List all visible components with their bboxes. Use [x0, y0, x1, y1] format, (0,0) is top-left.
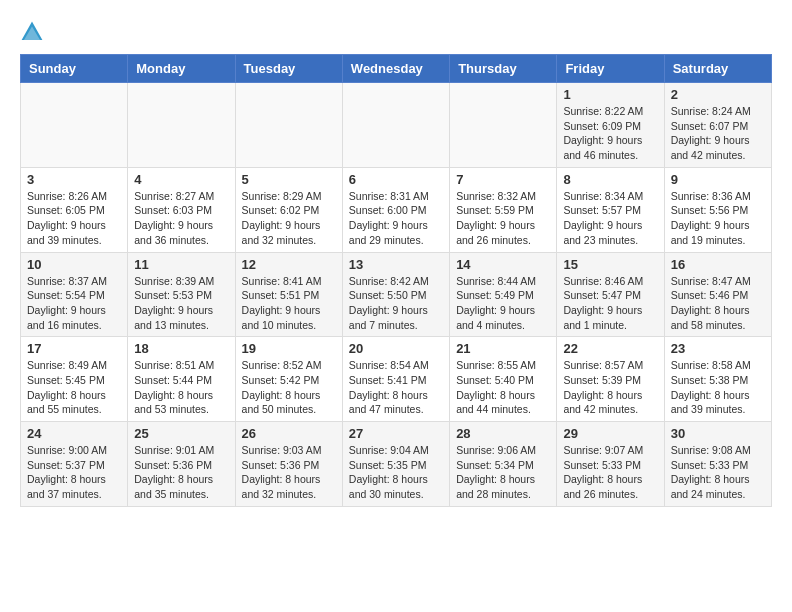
- day-detail: Sunrise: 8:51 AM Sunset: 5:44 PM Dayligh…: [134, 358, 228, 417]
- calendar-day-cell: 8Sunrise: 8:34 AM Sunset: 5:57 PM Daylig…: [557, 167, 664, 252]
- day-number: 22: [563, 341, 657, 356]
- day-detail: Sunrise: 9:01 AM Sunset: 5:36 PM Dayligh…: [134, 443, 228, 502]
- day-detail: Sunrise: 9:06 AM Sunset: 5:34 PM Dayligh…: [456, 443, 550, 502]
- day-number: 14: [456, 257, 550, 272]
- calendar-day-cell: 18Sunrise: 8:51 AM Sunset: 5:44 PM Dayli…: [128, 337, 235, 422]
- calendar-week-row: 10Sunrise: 8:37 AM Sunset: 5:54 PM Dayli…: [21, 252, 772, 337]
- day-detail: Sunrise: 8:32 AM Sunset: 5:59 PM Dayligh…: [456, 189, 550, 248]
- calendar-day-cell: 25Sunrise: 9:01 AM Sunset: 5:36 PM Dayli…: [128, 422, 235, 507]
- calendar-day-cell: 16Sunrise: 8:47 AM Sunset: 5:46 PM Dayli…: [664, 252, 771, 337]
- calendar-day-cell: 11Sunrise: 8:39 AM Sunset: 5:53 PM Dayli…: [128, 252, 235, 337]
- calendar-day-cell: 7Sunrise: 8:32 AM Sunset: 5:59 PM Daylig…: [450, 167, 557, 252]
- day-detail: Sunrise: 9:08 AM Sunset: 5:33 PM Dayligh…: [671, 443, 765, 502]
- weekday-header-sunday: Sunday: [21, 55, 128, 83]
- calendar-empty-cell: [235, 83, 342, 168]
- day-number: 29: [563, 426, 657, 441]
- day-detail: Sunrise: 8:58 AM Sunset: 5:38 PM Dayligh…: [671, 358, 765, 417]
- day-number: 1: [563, 87, 657, 102]
- day-number: 4: [134, 172, 228, 187]
- day-detail: Sunrise: 9:03 AM Sunset: 5:36 PM Dayligh…: [242, 443, 336, 502]
- day-number: 2: [671, 87, 765, 102]
- day-number: 10: [27, 257, 121, 272]
- day-detail: Sunrise: 9:04 AM Sunset: 5:35 PM Dayligh…: [349, 443, 443, 502]
- day-number: 28: [456, 426, 550, 441]
- weekday-header-wednesday: Wednesday: [342, 55, 449, 83]
- day-detail: Sunrise: 8:57 AM Sunset: 5:39 PM Dayligh…: [563, 358, 657, 417]
- day-number: 20: [349, 341, 443, 356]
- day-detail: Sunrise: 8:36 AM Sunset: 5:56 PM Dayligh…: [671, 189, 765, 248]
- calendar-empty-cell: [21, 83, 128, 168]
- day-detail: Sunrise: 8:46 AM Sunset: 5:47 PM Dayligh…: [563, 274, 657, 333]
- day-detail: Sunrise: 8:34 AM Sunset: 5:57 PM Dayligh…: [563, 189, 657, 248]
- calendar-day-cell: 24Sunrise: 9:00 AM Sunset: 5:37 PM Dayli…: [21, 422, 128, 507]
- day-number: 12: [242, 257, 336, 272]
- day-number: 5: [242, 172, 336, 187]
- day-number: 16: [671, 257, 765, 272]
- day-detail: Sunrise: 8:44 AM Sunset: 5:49 PM Dayligh…: [456, 274, 550, 333]
- day-detail: Sunrise: 8:22 AM Sunset: 6:09 PM Dayligh…: [563, 104, 657, 163]
- calendar-day-cell: 2Sunrise: 8:24 AM Sunset: 6:07 PM Daylig…: [664, 83, 771, 168]
- day-number: 18: [134, 341, 228, 356]
- day-detail: Sunrise: 8:49 AM Sunset: 5:45 PM Dayligh…: [27, 358, 121, 417]
- calendar-empty-cell: [128, 83, 235, 168]
- day-number: 13: [349, 257, 443, 272]
- day-detail: Sunrise: 8:47 AM Sunset: 5:46 PM Dayligh…: [671, 274, 765, 333]
- page-header: [20, 20, 772, 44]
- calendar-table: SundayMondayTuesdayWednesdayThursdayFrid…: [20, 54, 772, 507]
- calendar-day-cell: 13Sunrise: 8:42 AM Sunset: 5:50 PM Dayli…: [342, 252, 449, 337]
- weekday-header-monday: Monday: [128, 55, 235, 83]
- weekday-header-saturday: Saturday: [664, 55, 771, 83]
- day-detail: Sunrise: 8:55 AM Sunset: 5:40 PM Dayligh…: [456, 358, 550, 417]
- day-number: 3: [27, 172, 121, 187]
- logo: [20, 20, 48, 44]
- weekday-header-tuesday: Tuesday: [235, 55, 342, 83]
- calendar-week-row: 24Sunrise: 9:00 AM Sunset: 5:37 PM Dayli…: [21, 422, 772, 507]
- day-detail: Sunrise: 8:26 AM Sunset: 6:05 PM Dayligh…: [27, 189, 121, 248]
- day-detail: Sunrise: 8:42 AM Sunset: 5:50 PM Dayligh…: [349, 274, 443, 333]
- day-number: 7: [456, 172, 550, 187]
- day-detail: Sunrise: 8:29 AM Sunset: 6:02 PM Dayligh…: [242, 189, 336, 248]
- weekday-header-row: SundayMondayTuesdayWednesdayThursdayFrid…: [21, 55, 772, 83]
- day-number: 23: [671, 341, 765, 356]
- calendar-week-row: 17Sunrise: 8:49 AM Sunset: 5:45 PM Dayli…: [21, 337, 772, 422]
- day-number: 9: [671, 172, 765, 187]
- weekday-header-friday: Friday: [557, 55, 664, 83]
- calendar-day-cell: 17Sunrise: 8:49 AM Sunset: 5:45 PM Dayli…: [21, 337, 128, 422]
- calendar-day-cell: 10Sunrise: 8:37 AM Sunset: 5:54 PM Dayli…: [21, 252, 128, 337]
- day-number: 30: [671, 426, 765, 441]
- day-detail: Sunrise: 8:52 AM Sunset: 5:42 PM Dayligh…: [242, 358, 336, 417]
- day-number: 17: [27, 341, 121, 356]
- calendar-day-cell: 14Sunrise: 8:44 AM Sunset: 5:49 PM Dayli…: [450, 252, 557, 337]
- day-detail: Sunrise: 9:07 AM Sunset: 5:33 PM Dayligh…: [563, 443, 657, 502]
- day-number: 11: [134, 257, 228, 272]
- calendar-week-row: 1Sunrise: 8:22 AM Sunset: 6:09 PM Daylig…: [21, 83, 772, 168]
- calendar-day-cell: 27Sunrise: 9:04 AM Sunset: 5:35 PM Dayli…: [342, 422, 449, 507]
- day-number: 26: [242, 426, 336, 441]
- calendar-day-cell: 19Sunrise: 8:52 AM Sunset: 5:42 PM Dayli…: [235, 337, 342, 422]
- day-number: 8: [563, 172, 657, 187]
- day-detail: Sunrise: 8:24 AM Sunset: 6:07 PM Dayligh…: [671, 104, 765, 163]
- day-detail: Sunrise: 8:31 AM Sunset: 6:00 PM Dayligh…: [349, 189, 443, 248]
- calendar-day-cell: 6Sunrise: 8:31 AM Sunset: 6:00 PM Daylig…: [342, 167, 449, 252]
- calendar-day-cell: 9Sunrise: 8:36 AM Sunset: 5:56 PM Daylig…: [664, 167, 771, 252]
- calendar-day-cell: 20Sunrise: 8:54 AM Sunset: 5:41 PM Dayli…: [342, 337, 449, 422]
- calendar-empty-cell: [450, 83, 557, 168]
- calendar-day-cell: 29Sunrise: 9:07 AM Sunset: 5:33 PM Dayli…: [557, 422, 664, 507]
- day-detail: Sunrise: 8:27 AM Sunset: 6:03 PM Dayligh…: [134, 189, 228, 248]
- day-number: 25: [134, 426, 228, 441]
- day-number: 15: [563, 257, 657, 272]
- calendar-day-cell: 5Sunrise: 8:29 AM Sunset: 6:02 PM Daylig…: [235, 167, 342, 252]
- day-detail: Sunrise: 8:54 AM Sunset: 5:41 PM Dayligh…: [349, 358, 443, 417]
- calendar-day-cell: 22Sunrise: 8:57 AM Sunset: 5:39 PM Dayli…: [557, 337, 664, 422]
- logo-icon: [20, 20, 44, 44]
- day-detail: Sunrise: 9:00 AM Sunset: 5:37 PM Dayligh…: [27, 443, 121, 502]
- calendar-day-cell: 3Sunrise: 8:26 AM Sunset: 6:05 PM Daylig…: [21, 167, 128, 252]
- day-detail: Sunrise: 8:39 AM Sunset: 5:53 PM Dayligh…: [134, 274, 228, 333]
- day-number: 19: [242, 341, 336, 356]
- calendar-day-cell: 30Sunrise: 9:08 AM Sunset: 5:33 PM Dayli…: [664, 422, 771, 507]
- calendar-day-cell: 12Sunrise: 8:41 AM Sunset: 5:51 PM Dayli…: [235, 252, 342, 337]
- calendar-day-cell: 28Sunrise: 9:06 AM Sunset: 5:34 PM Dayli…: [450, 422, 557, 507]
- day-number: 6: [349, 172, 443, 187]
- calendar-day-cell: 4Sunrise: 8:27 AM Sunset: 6:03 PM Daylig…: [128, 167, 235, 252]
- calendar-day-cell: 26Sunrise: 9:03 AM Sunset: 5:36 PM Dayli…: [235, 422, 342, 507]
